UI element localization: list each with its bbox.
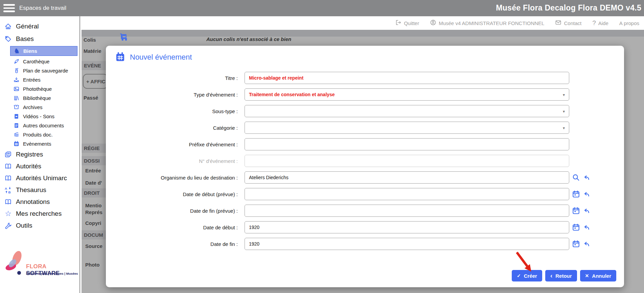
- sidebar-item-autres-documents[interactable]: Autres documents: [10, 121, 79, 130]
- passe-label: Passé: [84, 95, 98, 101]
- open-box-icon: [13, 104, 20, 110]
- flora-software-logo: FLORA SOFTWARE Bibliothèques | Archives …: [0, 249, 80, 281]
- sidebar-item-biens[interactable]: ♞ Biens: [10, 46, 77, 56]
- field-row-date-fin-prevue: Date de fin (prévue) :: [106, 205, 624, 217]
- field-row-titre: Titre :: [106, 72, 624, 84]
- field-row-organisme: Organisme du lieu de destination :: [106, 171, 624, 184]
- hamburger-menu-icon[interactable]: [3, 4, 15, 12]
- annuler-button[interactable]: ✕Annuler: [580, 270, 616, 281]
- mention-label: Mentio: [85, 203, 101, 208]
- undo-icon[interactable]: [582, 223, 590, 231]
- calendar-picker-icon[interactable]: [572, 223, 580, 231]
- home-icon: [4, 23, 12, 30]
- help-link[interactable]: ? Aide: [592, 19, 608, 27]
- undo-icon[interactable]: [582, 190, 590, 198]
- logo-dot: [17, 271, 21, 275]
- about-link[interactable]: A propos: [619, 20, 639, 26]
- sidebar-item-plan-de-sauvegarde[interactable]: Plan de sauvegarde: [10, 66, 79, 75]
- fire-extinguisher-icon: [13, 67, 20, 74]
- feather-icon: [13, 58, 20, 65]
- calendar-icon: [115, 52, 125, 62]
- calendar-picker-icon[interactable]: [572, 240, 580, 248]
- organisme-input[interactable]: [249, 175, 557, 180]
- categorie-select[interactable]: ▾: [245, 122, 569, 134]
- afficher-button[interactable]: + AFFIC: [83, 74, 108, 89]
- colis-message: Aucun colis n'est associé à ce bien: [206, 36, 291, 42]
- titre-input[interactable]: [249, 75, 557, 81]
- sidebar-item-mes-recherches[interactable]: ☆ Mes recherches: [0, 208, 79, 219]
- sidebar-item-archives[interactable]: Archives: [10, 103, 79, 112]
- contact-link[interactable]: Contact: [555, 19, 581, 27]
- date-debut-prevue-input[interactable]: [249, 191, 557, 197]
- sidebar-item-evenements[interactable]: Evènements: [10, 139, 79, 148]
- sous-type-select[interactable]: ▾: [245, 105, 569, 117]
- field-label: Catégorie :: [106, 125, 241, 131]
- field-row-categorie: Catégorie : ▾: [106, 122, 624, 134]
- user-account[interactable]: Musée v4 ADMINISTRATEUR FONCTIONNEL: [430, 19, 544, 27]
- sort-ab-icon: AB: [4, 186, 12, 194]
- sidebar-item-bases[interactable]: Bases: [0, 33, 79, 45]
- sidebar-item-videos-sons[interactable]: Vidéos - Sons: [10, 112, 79, 121]
- evenements-section: EVÉNE: [82, 61, 108, 70]
- svg-text:B: B: [8, 190, 11, 193]
- dropdown-caret-icon[interactable]: ▾: [563, 92, 565, 97]
- creer-button[interactable]: ✓Créer: [512, 270, 542, 281]
- type-evenement-value[interactable]: [249, 92, 557, 97]
- sidebar-item-bibliotheque[interactable]: Bibliothèque: [10, 93, 79, 103]
- sidebar-item-registres[interactable]: Registres: [0, 148, 79, 160]
- field-row-sous-type: Sous-type : ▾: [106, 105, 624, 117]
- prefixe-input[interactable]: [249, 142, 557, 147]
- sidebar-item-phototheque[interactable]: Photothèque: [10, 84, 79, 93]
- field-row-type-evenement: Type d'évènement : ▾: [106, 88, 624, 101]
- layers-icon: [4, 151, 12, 158]
- field-label: Date de fin :: [106, 241, 241, 247]
- photo-label: Photo: [85, 262, 100, 268]
- dropdown-caret-icon[interactable]: ▾: [563, 109, 565, 114]
- date-label: Date d': [85, 180, 102, 186]
- date-debut-input[interactable]: [249, 225, 557, 230]
- document-icon: [13, 122, 20, 129]
- type-evenement-select[interactable]: ▾: [245, 88, 569, 101]
- question-icon: ?: [592, 19, 596, 27]
- dropdown-caret-icon[interactable]: ▾: [563, 126, 565, 130]
- sidebar-item-autorites-unimarc[interactable]: Autorités Unimarc: [0, 172, 79, 184]
- quit-link[interactable]: Quitter: [395, 19, 419, 27]
- copyright-label: Copyri: [85, 220, 101, 226]
- search-icon[interactable]: [572, 173, 580, 182]
- utility-bar: Quitter Musée v4 ADMINISTRATEUR FONCTION…: [80, 16, 644, 30]
- calendar-icon: [13, 141, 20, 147]
- colis-label: Colis: [84, 37, 96, 43]
- undo-icon[interactable]: [582, 173, 590, 182]
- field-label: Date de début :: [106, 225, 241, 230]
- sidebar-item-entrees[interactable]: Entrées: [10, 75, 79, 84]
- tag-icon: [4, 35, 12, 43]
- calendar-picker-icon[interactable]: [572, 190, 580, 198]
- date-fin-input[interactable]: [249, 241, 557, 247]
- date-fin-prevue-input[interactable]: [249, 208, 557, 213]
- undo-icon[interactable]: [582, 207, 590, 215]
- dossier-section: DOSSI: [82, 156, 108, 165]
- sidebar-item-annotations[interactable]: Annotations: [0, 196, 79, 208]
- categorie-value[interactable]: [249, 125, 557, 130]
- undo-icon[interactable]: [582, 240, 590, 248]
- sidebar-item-carotheque[interactable]: Carothèque: [10, 57, 79, 66]
- trolley-icon: [119, 33, 128, 43]
- sidebar-item-autorites[interactable]: Autorités: [0, 160, 79, 172]
- sidebar-item-produits-doc[interactable]: Produits doc.: [10, 130, 79, 139]
- sidebar-item-outils[interactable]: Outils: [0, 219, 79, 231]
- logo-flower-icon: [3, 249, 27, 276]
- retour-button[interactable]: ‹Retour: [545, 270, 577, 281]
- sidebar-item-thesaurus[interactable]: AB Thesaurus: [0, 184, 79, 196]
- calendar-picker-icon[interactable]: [572, 207, 580, 215]
- new-event-dialog: Nouvel événement Titre : Type d'évènemen…: [106, 46, 624, 287]
- sous-type-value[interactable]: [249, 108, 557, 114]
- sidebar-item-general[interactable]: Général: [0, 20, 79, 33]
- droits-section: DROIT: [82, 188, 108, 197]
- mail-icon: [555, 19, 561, 27]
- field-row-date-fin: Date de fin :: [106, 238, 624, 250]
- regie-section: RÉGIE: [82, 144, 108, 153]
- user-circle-icon: [430, 19, 436, 27]
- inbox-down-icon: [13, 77, 20, 83]
- field-row-prefixe: Préfixe d'événement :: [106, 138, 624, 150]
- app-title: Musée Flora Decalog Flora DEMO v4.5: [496, 3, 641, 13]
